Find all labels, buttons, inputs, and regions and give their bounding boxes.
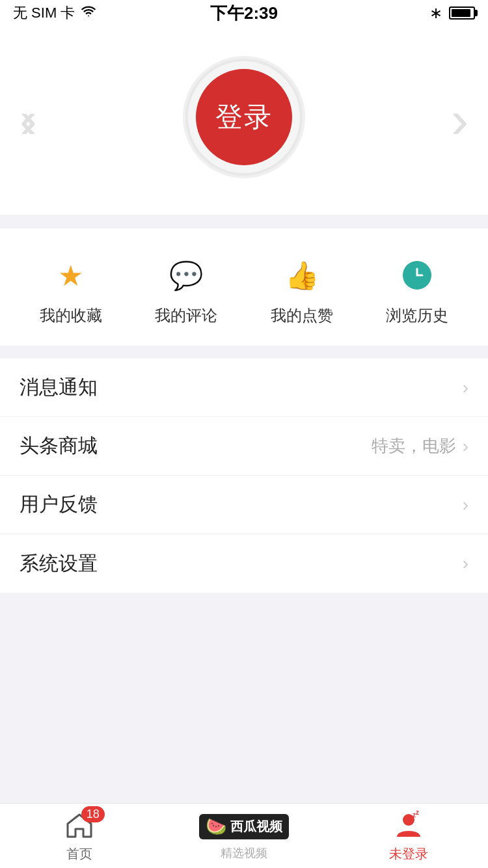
quick-actions: ★ 我的收藏 💬 我的评论 👍 我的点赞 浏览历史: [0, 228, 488, 346]
menu-shop-hint: 特卖，电影: [372, 435, 456, 457]
favorites-icon: ★: [50, 254, 92, 296]
status-time: 下午2:39: [210, 2, 278, 25]
menu-item-settings[interactable]: 系统设置 ›: [0, 534, 488, 593]
menu-settings-label: 系统设置: [20, 550, 98, 577]
bluetooth-icon: ∗: [429, 4, 442, 22]
menu-section: 消息通知 › 头条商城 特卖，电影 › 用户反馈 › 系统设置 ›: [0, 359, 488, 593]
xigua-logo: 🍉 西瓜视频: [199, 814, 289, 839]
menu-feedback-label: 用户反馈: [20, 491, 98, 518]
menu-settings-right: ›: [463, 553, 468, 574]
menu-shop-right: 特卖，电影 ›: [372, 435, 468, 457]
menu-item-feedback[interactable]: 用户反馈 ›: [0, 476, 488, 534]
battery-fill: [452, 9, 470, 17]
battery-icon: [449, 7, 475, 20]
wifi-icon: [80, 4, 97, 22]
quick-action-likes[interactable]: 👍 我的点赞: [271, 254, 333, 326]
svg-point-0: [88, 15, 89, 16]
xigua-sublabel: 精选视频: [221, 845, 267, 861]
menu-item-shop[interactable]: 头条商城 特卖，电影 ›: [0, 417, 488, 476]
tab-home-icon-wrap: 18: [63, 811, 96, 841]
chevron-icon: ›: [463, 377, 468, 398]
chevron-icon: ›: [463, 495, 468, 515]
profile-icon: z z: [394, 811, 423, 842]
home-label: 首页: [66, 845, 92, 863]
tab-profile-icon-wrap: z z: [392, 811, 425, 841]
status-left: 无 SIM 卡: [13, 3, 97, 23]
tab-home[interactable]: 18 首页: [40, 811, 118, 863]
menu-item-notifications[interactable]: 消息通知 ›: [0, 359, 488, 417]
comments-label: 我的评论: [155, 305, 217, 326]
menu-notifications-right: ›: [463, 377, 468, 398]
quick-action-favorites[interactable]: ★ 我的收藏: [40, 254, 102, 326]
likes-icon: 👍: [281, 254, 323, 296]
left-arrow-decoration: ‹: [20, 90, 37, 150]
menu-shop-label: 头条商城: [20, 433, 98, 459]
history-label: 浏览历史: [386, 305, 448, 326]
sim-text: 无 SIM 卡: [13, 3, 75, 23]
status-right: ∗: [429, 4, 475, 22]
profile-section: ‹ 登录 ›: [0, 26, 488, 215]
comments-icon: 💬: [165, 254, 207, 296]
profile-label: 未登录: [389, 845, 428, 863]
favorites-label: 我的收藏: [40, 305, 102, 326]
xigua-brand-name: 西瓜视频: [230, 819, 282, 834]
tab-xigua[interactable]: 🍉 西瓜视频 精选视频: [198, 811, 290, 861]
likes-label: 我的点赞: [271, 305, 333, 326]
avatar-wrapper: 登录: [185, 59, 303, 176]
chevron-icon: ›: [463, 436, 468, 457]
tab-bar: 18 首页 🍉 西瓜视频 精选视频 z z: [0, 803, 488, 868]
svg-text:z: z: [416, 811, 419, 816]
history-icon: [396, 254, 438, 296]
home-badge: 18: [81, 806, 105, 822]
gray-area: [0, 593, 488, 723]
quick-action-comments[interactable]: 💬 我的评论: [155, 254, 217, 326]
status-bar: 无 SIM 卡 下午2:39 ∗: [0, 0, 488, 26]
login-button[interactable]: 登录: [196, 69, 292, 165]
menu-feedback-right: ›: [463, 495, 468, 515]
tab-profile[interactable]: z z 未登录: [370, 811, 448, 863]
menu-notifications-label: 消息通知: [20, 374, 98, 401]
chevron-icon: ›: [463, 553, 468, 574]
quick-action-history[interactable]: 浏览历史: [386, 254, 448, 326]
right-arrow-decoration: ›: [451, 90, 468, 150]
xigua-icon-wrap: 🍉 西瓜视频: [198, 811, 290, 841]
